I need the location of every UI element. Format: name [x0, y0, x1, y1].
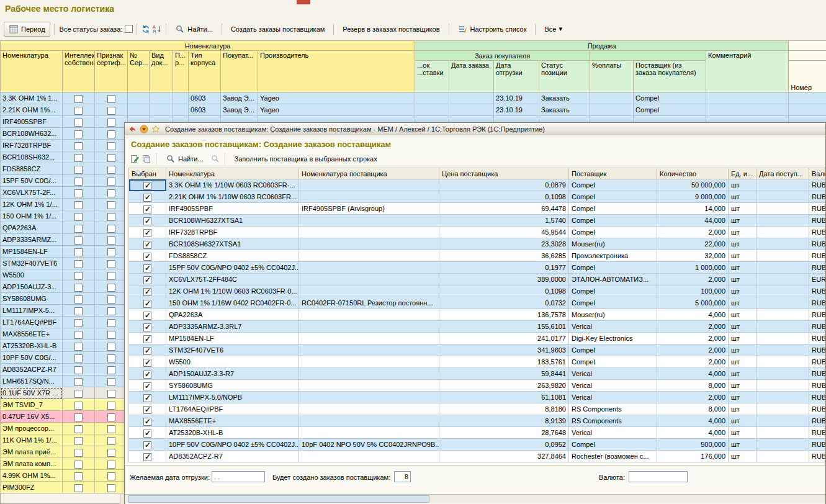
checkbox[interactable] [143, 453, 151, 461]
checkbox[interactable] [74, 284, 83, 292]
checkbox[interactable] [107, 413, 115, 421]
col-header-quantity[interactable]: Количество [657, 168, 729, 179]
col-header-receipt-date[interactable]: Дата поступ... [756, 168, 809, 179]
checkbox[interactable] [74, 319, 83, 327]
table-row[interactable]: 2.21K OHM 1% 1/10W 0603 RC0603FR...0,109… [129, 191, 826, 203]
checkbox[interactable] [143, 394, 151, 402]
checkbox[interactable] [107, 307, 115, 315]
checkbox[interactable] [143, 382, 151, 390]
table-row[interactable]: LT1764AEQ#PBF8,8180RS Components8,000штR… [129, 403, 826, 415]
checkbox[interactable] [74, 201, 83, 209]
checkbox[interactable] [74, 472, 83, 480]
checkbox[interactable] [107, 142, 115, 150]
table-row[interactable]: QPA2263A136,7578Mouser(ru)4,000штRUB [129, 309, 826, 321]
checkbox[interactable] [74, 154, 83, 162]
checkbox[interactable] [74, 331, 83, 339]
checkbox[interactable] [143, 406, 151, 414]
cell[interactable] [129, 356, 166, 368]
col-header-order-date[interactable]: Дата заказа [449, 61, 494, 92]
checkbox[interactable] [143, 229, 151, 237]
checkbox[interactable] [107, 154, 115, 162]
table-row[interactable]: BCR108WH6327XTSA11,5740Compel44,000штRUB [129, 215, 826, 227]
table-row[interactable]: XC6VLX75T-2FF484C389,0000ЭТАЛОН-АВТОМАТИ… [129, 274, 826, 286]
col-header-supplier-nomenclature[interactable]: Номенклатура поставщика [299, 168, 439, 179]
group-header-sale[interactable]: Продажа [415, 41, 789, 51]
checkbox[interactable] [107, 236, 115, 245]
col-header-delivery-term[interactable]: ...ок ...ставки [415, 61, 449, 92]
group-header-nomenclature[interactable]: Номенклатура [1, 41, 415, 51]
checkbox[interactable] [107, 437, 115, 445]
checkbox[interactable] [74, 413, 83, 421]
checkbox[interactable] [107, 213, 115, 221]
checkbox[interactable] [74, 484, 83, 492]
checkbox[interactable] [107, 378, 115, 386]
cell[interactable] [129, 392, 166, 403]
col-header-certificate[interactable]: Признак сертиф... [95, 51, 128, 92]
checkbox[interactable] [107, 354, 115, 362]
cell[interactable] [129, 321, 166, 333]
cell[interactable] [129, 344, 166, 356]
checkbox[interactable] [74, 402, 83, 410]
table-row[interactable]: 150 OHM 1% 1/16W 0402 RC0402FR-0...RC040… [129, 297, 826, 309]
checkbox[interactable] [143, 441, 151, 449]
col-header-doc-type[interactable]: Вид док... [150, 51, 173, 92]
checkbox[interactable] [74, 449, 83, 457]
checkbox[interactable] [107, 472, 115, 480]
checkbox[interactable] [74, 307, 83, 315]
checkbox[interactable] [107, 449, 115, 457]
checkbox[interactable] [74, 248, 83, 256]
checkbox[interactable] [143, 217, 151, 225]
table-row[interactable]: 3.3K OHM 1% 1/10W 0603 RC0603FR-...0,087… [129, 179, 826, 191]
cell[interactable] [129, 227, 166, 238]
checkbox[interactable] [74, 95, 83, 103]
table-row[interactable]: 3.3K OHM 1% 1...0603Завод Э...Yageo23.10… [1, 92, 826, 104]
reserve-button[interactable]: Резерв в заказах поставщиков [338, 23, 444, 35]
checkbox[interactable] [74, 213, 83, 221]
checkbox[interactable] [143, 276, 151, 284]
checkbox[interactable] [107, 166, 115, 174]
checkbox[interactable] [107, 130, 115, 138]
checkbox[interactable] [74, 260, 83, 268]
checkbox[interactable] [143, 300, 151, 308]
edit-icon[interactable] [130, 154, 140, 164]
cell[interactable] [129, 439, 166, 451]
dialog-find-button[interactable]: Найти... [161, 151, 209, 166]
col-header-nomenclature[interactable]: Номенклатура [166, 168, 299, 179]
checkbox[interactable] [107, 319, 115, 327]
configure-list-button[interactable]: Настроить список [453, 22, 532, 37]
checkbox[interactable] [107, 95, 115, 103]
checkbox[interactable] [143, 182, 151, 190]
search-dim-icon[interactable] [210, 154, 220, 164]
checkbox[interactable] [74, 425, 83, 433]
cell[interactable] [129, 333, 166, 344]
table-row[interactable]: MAX8556ETE+8,9139RS Components4,000штRUB [129, 415, 826, 427]
scrollbar-thumb[interactable] [128, 495, 429, 503]
col-header-buyer[interactable]: Покупат... [221, 51, 258, 92]
checkbox[interactable] [107, 107, 115, 115]
col-header-payment-percent[interactable]: %оплаты [590, 61, 634, 92]
col-header-selected[interactable]: Выбран [129, 168, 166, 179]
checkbox[interactable] [74, 236, 83, 245]
cell[interactable] [129, 415, 166, 427]
menu-icon[interactable] [139, 124, 149, 134]
checkbox[interactable] [143, 430, 151, 438]
table-row[interactable]: AT25320B-XHL-B28,7648Verical4,000штRUB [129, 427, 826, 439]
checkbox[interactable] [107, 201, 115, 209]
desired-ship-date-input[interactable] [212, 471, 265, 482]
table-row[interactable]: ADP3335ARMZ-3.3RL7155,6101Verical2,000шт… [129, 321, 826, 333]
col-header-serial[interactable]: № Сер... [128, 51, 150, 92]
dialog-horizontal-scrollbar[interactable] [125, 494, 825, 503]
currency-input[interactable] [629, 471, 688, 482]
checkbox[interactable] [74, 378, 83, 386]
checkbox[interactable] [143, 371, 151, 379]
fill-supplier-button[interactable]: Заполнить поставщика в выбранных строках [230, 153, 382, 165]
dialog-titlebar[interactable]: Создание заказов поставщикам: Создание з… [125, 123, 825, 135]
checkbox[interactable] [143, 194, 151, 202]
checkbox[interactable] [143, 253, 151, 261]
checkbox[interactable] [143, 347, 151, 355]
cell[interactable] [129, 238, 166, 250]
checkbox[interactable] [107, 119, 115, 127]
col-header-comment[interactable]: Комментарий [706, 51, 789, 92]
cell[interactable] [129, 427, 166, 439]
table-row[interactable]: AD8352ACPZ-R7327,8464Rochester (возможен… [129, 451, 826, 462]
